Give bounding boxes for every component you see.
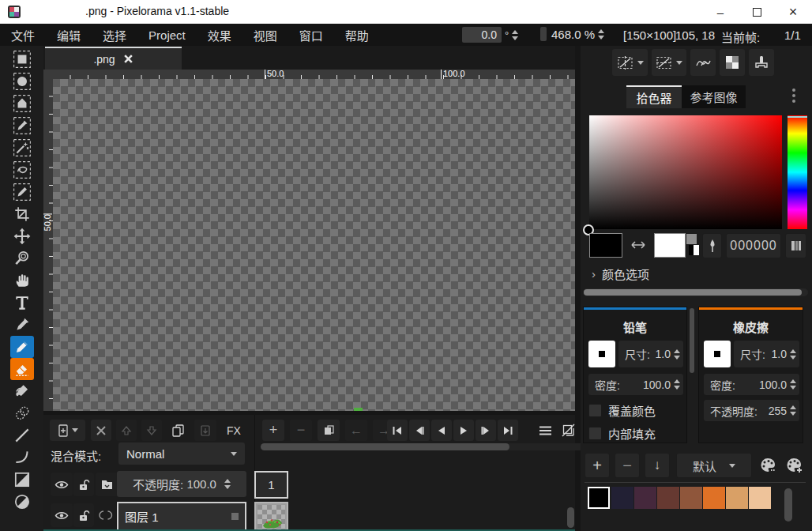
palette-swatch-1[interactable]: [611, 487, 633, 509]
merge-down-button[interactable]: [194, 420, 216, 441]
tool-crop[interactable]: [10, 203, 34, 225]
timeline-h-scrollbar[interactable]: [261, 443, 620, 450]
eraser-size-spinbox[interactable]: 尺寸: 1.0: [734, 341, 799, 367]
new-palette-button[interactable]: [783, 453, 806, 478]
tab-close-icon[interactable]: [123, 54, 133, 64]
tool-eraser[interactable]: [10, 358, 34, 380]
eraser-density-spinbox[interactable]: 密度: 100.0: [704, 374, 799, 395]
pencil-density-spinbox[interactable]: 密度: 100.0: [588, 374, 683, 395]
minimize-button[interactable]: –: [703, 0, 738, 24]
move-layer-up-button[interactable]: [116, 420, 137, 441]
blend-mode-dropdown[interactable]: Normal: [118, 442, 245, 465]
tool-color-select[interactable]: [10, 115, 34, 137]
tool-pan[interactable]: [10, 269, 34, 292]
hue-slider[interactable]: [788, 115, 807, 229]
vertical-mirror-button[interactable]: [652, 49, 686, 76]
tool-rectangle-select[interactable]: [10, 48, 34, 70]
right-color-swatch[interactable]: [654, 233, 686, 258]
hue-cursor[interactable]: [788, 116, 807, 118]
color-sliders-mode-button[interactable]: [785, 233, 806, 258]
pencil-brush-button[interactable]: [588, 341, 615, 367]
pencil-size-spinbox[interactable]: 尺寸: 1.0: [618, 341, 683, 367]
add-frame-button[interactable]: +: [262, 420, 284, 441]
palette-swatch-0[interactable]: [588, 487, 610, 509]
layer-opacity-spinbox[interactable]: 不透明度: 100.0: [117, 471, 246, 497]
horizontal-ruler[interactable]: 50.0 100.0: [43, 70, 575, 79]
layer-visibility-button[interactable]: [51, 503, 73, 527]
vertical-ruler[interactable]: 50.0: [43, 79, 53, 411]
palette-swatch-3[interactable]: [657, 487, 679, 509]
saturation-value-picker[interactable]: [589, 115, 782, 229]
tool-shading[interactable]: [10, 402, 34, 424]
dynamics-button[interactable]: [749, 49, 774, 76]
frame-1-header[interactable]: 1: [254, 471, 288, 499]
pencil-card-scrollbar[interactable]: [690, 308, 694, 373]
zoom-spinbox[interactable]: 468.0 %: [540, 27, 604, 41]
tool-rectangle[interactable]: [10, 469, 34, 491]
play-backwards-button[interactable]: [431, 420, 452, 441]
screen-color-picker-button[interactable]: [702, 233, 722, 258]
zoom-spinner-icon[interactable]: [598, 29, 604, 40]
fill-inside-checkbox[interactable]: 内部填充: [588, 425, 656, 442]
remove-palette-color-button[interactable]: −: [615, 453, 640, 478]
rotation-spinbox[interactable]: 0.0 °: [462, 27, 518, 43]
tool-magic-wand[interactable]: [10, 137, 34, 159]
eraser-opacity-spinbox[interactable]: 不透明度: 255: [704, 400, 799, 421]
sort-palette-button[interactable]: ↓: [645, 453, 670, 478]
overwrite-color-checkbox[interactable]: 覆盖颜色: [588, 402, 656, 419]
tool-ellipse[interactable]: [10, 491, 34, 513]
picker-h-scrollbar[interactable]: [583, 288, 808, 296]
palette-swatch-2[interactable]: [634, 487, 656, 509]
menu-effects[interactable]: 效果: [197, 24, 242, 46]
tool-zoom[interactable]: [10, 247, 34, 269]
global-lock-button[interactable]: [73, 473, 94, 496]
remove-frame-button[interactable]: −: [290, 420, 312, 441]
palette-swatch-7[interactable]: [749, 487, 771, 509]
menu-file[interactable]: 文件: [0, 24, 46, 46]
layer-name-field[interactable]: 图层 1: [117, 502, 246, 531]
onion-skinning-button[interactable]: [557, 420, 579, 441]
palette-swatch-5[interactable]: [703, 487, 725, 509]
tab-png[interactable]: .png: [45, 47, 182, 70]
swap-colors-icon[interactable]: [628, 239, 648, 250]
palette-select-dropdown[interactable]: 默认: [676, 453, 752, 478]
global-visibility-button[interactable]: [51, 473, 73, 496]
palette-swatch-6[interactable]: [726, 487, 748, 509]
tab-reference-image[interactable]: 参考图像: [682, 85, 746, 108]
layer-lock-button[interactable]: [73, 503, 94, 527]
add-layer-button[interactable]: [50, 420, 85, 441]
tool-polygon-select[interactable]: [10, 92, 34, 115]
previous-frame-button[interactable]: [409, 420, 430, 441]
menu-edit[interactable]: 编辑: [46, 24, 92, 46]
color-options-expander[interactable]: › 颜色选项: [592, 266, 649, 282]
go-last-frame-button[interactable]: [498, 420, 518, 441]
tool-ellipse-select[interactable]: [10, 70, 34, 92]
tool-move[interactable]: [10, 225, 34, 247]
tool-paint-select[interactable]: [10, 181, 34, 203]
add-palette-color-button[interactable]: +: [585, 453, 610, 478]
tool-lasso[interactable]: [10, 159, 34, 181]
layer-fx-button[interactable]: FX: [222, 420, 246, 441]
menu-window[interactable]: 窗口: [288, 24, 334, 46]
next-frame-button[interactable]: [476, 420, 496, 441]
black-white-reset-icon[interactable]: [689, 245, 699, 255]
zoom-grabber[interactable]: [540, 27, 547, 41]
tool-line[interactable]: [10, 424, 34, 446]
horizontal-mirror-button[interactable]: [612, 49, 648, 76]
tool-pencil[interactable]: [10, 336, 34, 358]
palette-swatch-4[interactable]: [680, 487, 702, 509]
timeline-settings-button[interactable]: [534, 420, 556, 441]
panel-menu-icon[interactable]: [792, 88, 795, 103]
hex-color-field[interactable]: 000000: [726, 233, 781, 258]
transparency-button[interactable]: [720, 49, 745, 76]
menu-select[interactable]: 选择: [92, 24, 137, 46]
menu-project[interactable]: Project: [137, 24, 197, 46]
rotation-spinner-icon[interactable]: [512, 30, 518, 40]
tool-text[interactable]: [10, 292, 34, 314]
edit-palette-button[interactable]: [757, 453, 780, 478]
tool-curve[interactable]: [10, 446, 34, 469]
timeline-v-scrollbar[interactable]: [567, 507, 574, 528]
maximize-button[interactable]: [739, 0, 774, 24]
eraser-brush-button[interactable]: [704, 341, 731, 367]
clone-frame-button[interactable]: [318, 420, 340, 441]
